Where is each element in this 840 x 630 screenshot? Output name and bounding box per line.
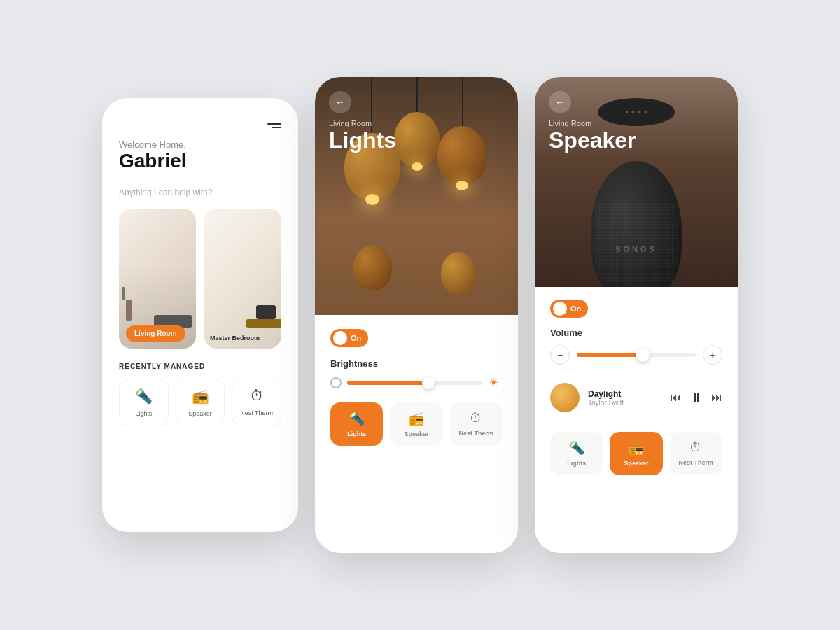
brightness-slider-row: ☀	[330, 376, 503, 390]
lights-toggle-row: On	[330, 329, 503, 347]
volume-slider[interactable]	[577, 353, 696, 357]
speaker-nav-speaker[interactable]: 📻 Speaker	[610, 432, 662, 475]
brightness-fill	[347, 381, 428, 385]
track-title: Daylight	[588, 389, 662, 399]
now-playing: Daylight Taylor Swift ⏮ ⏸ ⏭	[550, 376, 722, 419]
speaker-nav-nest-label: Nest Therm	[679, 459, 714, 466]
recently-section: RECENTLY MANAGED 🔦 Lights 📻 Speaker ⏱ Ne…	[102, 363, 298, 426]
speaker-nav-lights-label: Lights	[567, 460, 586, 467]
brightness-low-icon	[330, 377, 342, 388]
rooms-row: Living Room Master Bedroom	[102, 209, 298, 349]
playback-controls: ⏮ ⏸ ⏭	[671, 391, 722, 405]
volume-thumb[interactable]	[636, 348, 650, 362]
nav-speaker[interactable]: 📻 Speaker	[390, 402, 442, 446]
speaker-nav-nest[interactable]: ⏱ Nest Therm	[670, 432, 722, 475]
speaker-bottom-nav: 🔦 Lights 📻 Speaker ⏱ Nest Therm	[550, 432, 722, 475]
volume-increase-button[interactable]: +	[703, 345, 722, 365]
lights-title: Lights	[329, 127, 504, 153]
lights-toggle[interactable]: On	[330, 329, 368, 347]
volume-row: − +	[550, 345, 722, 365]
menu-icon[interactable]	[119, 123, 281, 128]
speaker-nav-speaker-icon: 📻	[629, 440, 644, 456]
track-info: Daylight Taylor Swift	[588, 389, 662, 407]
nav-lights[interactable]: 🔦 Lights	[330, 402, 383, 446]
speaker-screen: SONOS ← Living Room Speaker On	[535, 77, 738, 553]
next-button[interactable]: ⏭	[711, 391, 722, 404]
lamp5	[441, 252, 476, 294]
brightness-thumb[interactable]	[422, 377, 435, 389]
speaker-icon: 📻	[192, 388, 209, 405]
lights-bottom-nav: 🔦 Lights 📻 Speaker ⏱ Nest Therm	[330, 402, 503, 446]
nav-nest-icon: ⏱	[470, 411, 482, 426]
speaker-toggle-label: On	[570, 304, 581, 313]
master-bedroom-card[interactable]: Master Bedroom	[204, 209, 281, 349]
lights-nav: ← Living Room Lights	[315, 77, 518, 153]
speaker-room-label: Living Room	[549, 119, 724, 127]
track-artwork	[550, 383, 580, 412]
speaker-body: SONOS	[591, 161, 682, 287]
user-name: Gabriel	[119, 150, 281, 172]
speaker-back-button[interactable]: ←	[549, 91, 571, 113]
nav-nest-label: Nest Therm	[459, 430, 494, 437]
speaker-toggle-row: On	[550, 300, 722, 318]
volume-fill	[577, 353, 643, 357]
nest-label: Nest Therm	[240, 410, 273, 416]
welcome-sub: Welcome Home,	[119, 139, 281, 150]
speaker-title: Speaker	[549, 127, 724, 153]
nav-speaker-label: Speaker	[404, 430, 428, 438]
lights-hero: ← Living Room Lights	[315, 77, 518, 315]
speaker-toggle[interactable]: On	[550, 300, 588, 318]
speaker-nav: ← Living Room Speaker	[535, 77, 738, 153]
toggle-knob	[333, 331, 347, 345]
nav-lights-label: Lights	[347, 430, 366, 438]
devices-row: 🔦 Lights 📻 Speaker ⏱ Nest Therm	[119, 379, 281, 426]
lights-room-label: Living Room	[329, 119, 504, 127]
track-artist: Taylor Swift	[588, 399, 662, 407]
speaker-nav-speaker-label: Speaker	[624, 460, 648, 467]
nest-icon: ⏱	[250, 388, 264, 404]
brightness-high-icon: ☀	[489, 376, 503, 390]
master-room-label: Master Bedroom	[210, 335, 260, 342]
nav-nest[interactable]: ⏱ Nest Therm	[450, 402, 503, 446]
speaker-label: Speaker	[188, 410, 212, 417]
brightness-slider[interactable]	[347, 381, 483, 385]
speaker-hero: SONOS ← Living Room Speaker	[535, 77, 738, 287]
speaker-nav-nest-icon: ⏱	[690, 440, 702, 455]
speaker-nav-lights-icon: 🔦	[569, 440, 584, 456]
speaker-brand-label: SONOS	[615, 245, 657, 253]
recently-title: RECENTLY MANAGED	[119, 363, 281, 370]
device-card-nest[interactable]: ⏱ Nest Therm	[232, 379, 281, 426]
lights-label: Lights	[135, 410, 152, 417]
screens-container: Welcome Home, Gabriel Anything I can hel…	[74, 49, 766, 581]
help-text: Anything I can help with?	[102, 188, 298, 197]
device-card-lights[interactable]: 🔦 Lights	[119, 379, 169, 426]
brightness-label: Brightness	[330, 358, 503, 369]
volume-label: Volume	[550, 328, 722, 338]
speaker-toggle-knob	[553, 302, 567, 316]
lights-toggle-label: On	[351, 334, 361, 342]
device-card-speaker[interactable]: 📻 Speaker	[176, 379, 225, 426]
nav-lights-icon: 🔦	[349, 411, 365, 426]
home-header: Welcome Home, Gabriel	[102, 98, 298, 188]
nav-speaker-icon: 📻	[409, 411, 424, 426]
speaker-nav-lights[interactable]: 🔦 Lights	[550, 432, 603, 475]
previous-button[interactable]: ⏮	[671, 391, 682, 404]
lights-icon: 🔦	[135, 388, 153, 405]
lamp4	[354, 245, 392, 290]
lights-back-button[interactable]: ←	[329, 91, 351, 113]
home-screen: Welcome Home, Gabriel Anything I can hel…	[102, 98, 298, 532]
play-pause-button[interactable]: ⏸	[690, 391, 703, 405]
living-room-button[interactable]: Living Room	[126, 326, 186, 342]
volume-decrease-button[interactable]: −	[550, 345, 570, 365]
lights-screen: ← Living Room Lights On Brightness ☀	[315, 77, 518, 553]
living-room-card[interactable]: Living Room	[119, 209, 196, 349]
lights-controls: On Brightness ☀ 🔦 Lights 📻 Spea	[315, 315, 518, 553]
speaker-controls: On Volume − + Daylight Taylor Swift	[535, 287, 738, 553]
